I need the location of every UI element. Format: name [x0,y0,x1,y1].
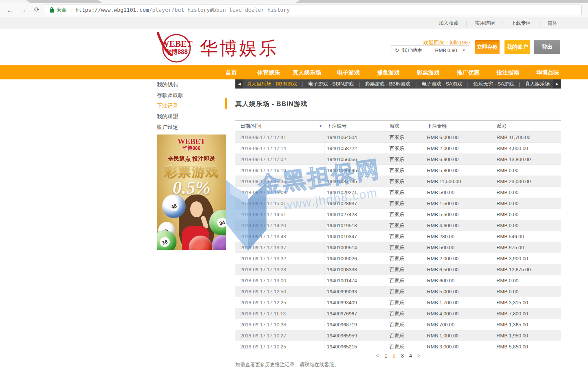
cell-datetime: 2018-09-17 17:11:13 [240,308,286,319]
chevron-down-icon[interactable]: ▼ [462,49,465,52]
site-logo[interactable]: WEBET 华博888 华博娱乐 [155,31,280,65]
tab-slots-bbin[interactable]: 电子游戏 - BBIN游戏 [308,81,354,87]
sidebar-item-wallet[interactable]: 我的钱包 [157,79,218,90]
column-header-payout: 派彩 [497,120,506,131]
table-row: 2018-09-17 17:13:32 19401009026 百家乐 RMB … [235,253,561,264]
banner-model-face [190,201,203,217]
tab-live-bbin[interactable]: 真人娱乐场 - BBIN游戏 [247,81,297,87]
column-header-datetime[interactable]: 日期/时间 [240,120,262,131]
tab-live-truncated[interactable]: 真人娱乐场 [525,81,550,87]
page-4[interactable]: 4 [409,353,412,359]
cell-bet-amount: RMB 1,700.00 [427,297,459,308]
page-2-current[interactable]: 2 [393,353,396,359]
nav-item-live-casino[interactable]: 真人娱乐场 [293,65,321,79]
cell-bet-id: 19400968719 [327,319,357,330]
cell-bet-id: 19400965959 [327,330,357,341]
page-1[interactable]: 1 [384,353,387,359]
top-links-bar: 加入收藏 | 实用连结 | 下载专区 | 简体 [0,17,588,29]
promo-banner[interactable]: WEBET 华博888 全民返点 投注即送 彩票游戏 0.5% 48 34 6 … [157,134,226,250]
url-separator: | [70,7,72,13]
sort-desc-icon[interactable]: ▼ [319,121,322,132]
cell-payout: RMB 0.00 [497,165,519,176]
reload-icon[interactable]: ⟳ [32,4,42,16]
bet-history-table: 日期/时间 ▼ 下注编号 游戏 下注金额 派彩 2018-09-17 17:17… [235,120,561,352]
cell-bet-id: 19401001474 [327,275,357,286]
cell-datetime: 2018-09-17 17:13:28 [240,264,286,275]
column-header-game: 游戏 [389,120,399,131]
link-download-zone[interactable]: 下载专区 [511,20,531,27]
table-row: 2018-09-17 17:11:13 19400976967 百家乐 RMB … [235,308,561,319]
cell-game: 百家乐 [389,330,404,341]
cell-bet-amount: RMB 6,500.00 [427,264,459,275]
address-bar[interactable]: 安全 | https://www.wbg1101.com/player/bet_… [45,5,582,15]
page-3[interactable]: 3 [401,353,404,359]
link-useful-links[interactable]: 实用连结 [475,20,495,27]
deposit-button[interactable]: 立即存款 [475,40,500,54]
cell-datetime: 2018-09-17 17:15:03 [240,187,286,198]
logout-button[interactable]: 登出 [534,40,560,54]
sidebar-item-deposit-withdraw[interactable]: 存款及取款 [157,90,218,100]
table-row: 2018-09-17 17:13:37 19401009514 百家乐 RMB … [235,242,561,253]
balance-value: RMB 0.90 [435,47,457,53]
nav-item-lottery[interactable]: 彩票游戏 [417,65,440,79]
cell-game: 百家乐 [389,143,404,154]
cell-bet-amount: RMB 5,000.00 [427,286,459,297]
pagination: < 1 2 3 4 > [235,353,561,359]
cell-bet-amount: RMB 4,600.00 [427,220,459,231]
sidebar-item-my-affiliate[interactable]: 我的联盟 [157,111,218,122]
nav-item-promotions[interactable]: 推广优惠 [457,65,479,79]
tabs-scroll-right-icon[interactable]: ▶ [553,79,561,89]
my-account-button[interactable]: 我的账户 [504,40,530,54]
link-simplified-chinese[interactable]: 简体 [547,20,557,27]
cell-payout: RMB 12,675.00 [497,264,531,275]
sidebar-divider [228,79,228,252]
back-icon[interactable]: ← [5,4,15,16]
site-header: WEBET 华博888 华博娱乐 欢迎回来！julic1987 ↻ 账户结余 R… [0,29,588,65]
page-next[interactable]: > [418,353,421,359]
cell-bet-id: 19401010347 [327,231,357,242]
nav-item-slots[interactable]: 电子游戏 [337,65,360,79]
cell-payout: RMB 7,800.00 [497,308,528,319]
tabs-scroll-left-icon[interactable]: ◀ [235,79,243,89]
cell-payout: RMB 0.00 [497,198,519,209]
cell-datetime: 2018-09-17 17:10:25 [240,341,286,352]
nav-item-sports[interactable]: 体育娱乐 [257,65,280,79]
cell-game: 百家乐 [389,231,404,242]
cell-bet-id: 19401058722 [327,143,357,154]
cell-game: 百家乐 [389,308,404,319]
refresh-balance-icon[interactable]: ↻ [395,47,399,53]
forward-icon[interactable]: → [18,4,28,16]
nav-item-brand[interactable]: 华博品味 [536,65,559,79]
cell-bet-id: 19401019513 [327,220,357,231]
browser-tab[interactable] [98,0,300,3]
sidebar-item-account-settings[interactable]: 账户设定 [157,122,218,132]
balance-widget[interactable]: ↻ 账户结余 RMB 0.90 ▼ [391,45,469,55]
cell-game: 百家乐 [389,264,404,275]
cell-bet-amount: RMB 5,500.00 [427,209,459,220]
cell-bet-id: 19401028937 [327,198,357,209]
link-add-favorite[interactable]: 加入收藏 [439,20,459,27]
cell-payout: RMB 5,850.00 [497,341,528,352]
sidebar-item-bet-history[interactable]: 下注记录 [157,100,218,111]
nav-item-betting-guide[interactable]: 投注指南 [497,65,519,79]
url-text[interactable]: https://www.wbg1101.com/player/bet_histo… [76,7,290,13]
cell-datetime: 2018-09-17 17:13:32 [240,253,286,264]
browser-tab[interactable] [0,0,30,3]
banner-slogan: 全民返点 投注即送 [157,155,226,163]
nav-item-fishing[interactable]: 捕鱼游戏 [377,65,400,79]
tab-lottery-bbin[interactable]: 彩票游戏 - BBIN游戏 [365,81,410,87]
tab-fishing-sa[interactable]: 鱼乐无穷 - SA游戏 [473,81,514,87]
cell-bet-id: 19400993409 [327,297,357,308]
nav-item-home[interactable]: 首页 [225,65,237,79]
cell-bet-id: 19401037135 [327,176,357,187]
page-prev[interactable]: < [376,353,379,359]
table-row: 2018-09-17 17:16:19 19401046695 百家乐 RMB … [235,165,561,176]
cell-payout: RMB 0.00 [497,209,519,220]
table-row: 2018-09-17 17:15:03 19401029271 百家乐 RMB … [235,187,561,198]
column-divider [325,131,325,352]
tab-slots-sa[interactable]: 电子游戏 - SA游戏 [422,81,462,87]
cell-datetime: 2018-09-17 17:13:43 [240,231,286,242]
cell-payout: RMB 0.00 [497,286,519,297]
cell-datetime: 2018-09-17 17:17:14 [240,143,286,154]
cell-bet-amount: RMB 3,000.00 [427,341,459,352]
